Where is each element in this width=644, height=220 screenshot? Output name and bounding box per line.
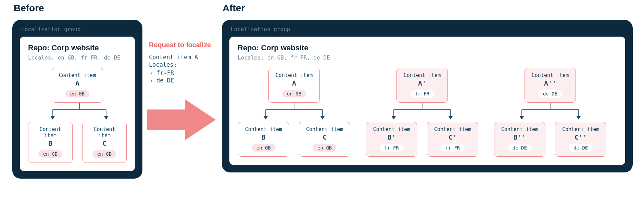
content-item-node: Content item C en-GB: [299, 122, 350, 157]
content-item-label: Content item: [245, 126, 282, 132]
content-item-id: C: [306, 133, 343, 141]
content-item-id: A'': [532, 79, 569, 87]
request-annotation: Request to localize Content item A Local…: [149, 41, 224, 85]
content-item-label: Content item: [59, 72, 96, 78]
locale-pill: de-DE: [508, 144, 532, 152]
content-item-id: B': [373, 133, 410, 141]
locale-pill: de-DE: [538, 90, 562, 98]
request-title: Request to localize: [149, 41, 224, 49]
content-item-id: B: [35, 139, 65, 147]
content-item-id: A': [404, 79, 441, 87]
content-item-label: Content item: [35, 126, 65, 139]
svg-marker-5: [104, 116, 108, 119]
arrow-icon: [147, 99, 216, 140]
request-locales-label: Locales:: [149, 61, 224, 68]
request-locale-item: de-DE: [156, 77, 224, 84]
content-item-id: C'': [562, 133, 599, 141]
content-item-label: Content item: [562, 126, 599, 132]
content-item-label: Content item: [532, 72, 569, 78]
content-item-node: Content item A en-GB: [52, 68, 103, 103]
locale-pill: en-GB: [313, 144, 337, 152]
content-item-node: Content item A en-GB: [268, 68, 320, 103]
repo-title: Repo: Corp website: [238, 43, 617, 52]
content-item-label: Content item: [306, 126, 343, 132]
content-item-id: A: [276, 79, 313, 87]
content-item-node: Content item B'' de-DE: [494, 122, 545, 157]
repo-locales: Locales: en-GB, fr-FR, de-DE: [28, 54, 127, 61]
after-localization-group: Localization group Repo: Corp website Lo…: [222, 20, 633, 172]
locale-pill: fr-FR: [380, 144, 404, 152]
after-tree-de: Content item A'' de-DE Content item B'' …: [494, 68, 607, 157]
svg-marker-24: [577, 116, 580, 119]
content-item-label: Content item: [373, 126, 410, 132]
after-tree-fr: Content item A' fr-FR Content item B' fr…: [366, 68, 479, 157]
content-item-label: Content item: [501, 126, 538, 132]
content-item-id: C': [434, 133, 471, 141]
before-localization-group: Localization group Repo: Corp website Lo…: [12, 20, 142, 179]
locale-pill: en-GB: [65, 90, 89, 98]
svg-marker-11: [264, 116, 267, 119]
content-item-id: C: [89, 139, 119, 147]
before-tree: Content item A en-GB Content item B en-G…: [28, 68, 127, 163]
heading-after: After: [223, 3, 245, 14]
heading-before: Before: [14, 3, 44, 14]
content-item-node: Content item B' fr-FR: [366, 122, 417, 157]
repo-locales: Locales: en-GB, fr-FR, de-DE: [238, 54, 617, 61]
svg-marker-4: [51, 116, 54, 119]
after-repo-panel: Repo: Corp website Locales: en-GB, fr-FR…: [229, 37, 625, 165]
locale-pill: fr-FR: [410, 90, 434, 98]
content-item-node: Content item C' fr-FR: [427, 122, 478, 157]
request-locales-list: fr-FR de-DE: [149, 69, 224, 84]
locale-pill: de-DE: [569, 144, 593, 152]
content-item-label: Content item: [404, 72, 441, 78]
locale-pill: en-GB: [282, 90, 306, 98]
diagram-canvas: Before After Localization group Repo: Co…: [0, 0, 644, 220]
group-label: Localization group: [21, 26, 135, 33]
content-item-node: Content item A' fr-FR: [396, 68, 448, 103]
repo-title: Repo: Corp website: [28, 43, 127, 52]
content-item-id: A: [59, 79, 96, 87]
content-item-label: Content item: [276, 72, 313, 78]
request-item-line: Content item A: [149, 54, 224, 61]
content-item-node: Content item A'' de-DE: [525, 68, 576, 103]
locale-pill: en-GB: [92, 150, 116, 158]
content-item-label: Content item: [89, 126, 119, 139]
svg-marker-17: [392, 116, 395, 119]
content-item-node: Content item B en-GB: [238, 122, 289, 157]
content-item-label: Content item: [434, 126, 471, 132]
svg-marker-23: [520, 116, 523, 119]
after-trees-row: Content item A en-GB Content item B en-G…: [238, 68, 617, 157]
locale-pill: fr-FR: [441, 144, 465, 152]
svg-marker-18: [449, 116, 452, 119]
before-repo-panel: Repo: Corp website Locales: en-GB, fr-FR…: [20, 37, 135, 171]
request-locale-item: fr-FR: [156, 69, 224, 76]
locale-pill: en-GB: [38, 150, 62, 158]
group-label: Localization group: [231, 26, 625, 33]
content-item-node: Content item C'' de-DE: [555, 122, 606, 157]
content-item-node: Content item C en-GB: [82, 122, 127, 163]
content-item-node: Content item B en-GB: [28, 122, 73, 163]
svg-marker-12: [321, 116, 324, 119]
locale-pill: en-GB: [252, 144, 276, 152]
content-item-id: B: [245, 133, 282, 141]
svg-marker-6: [147, 99, 216, 140]
after-tree-en: Content item A en-GB Content item B en-G…: [238, 68, 351, 157]
content-item-id: B'': [501, 133, 538, 141]
